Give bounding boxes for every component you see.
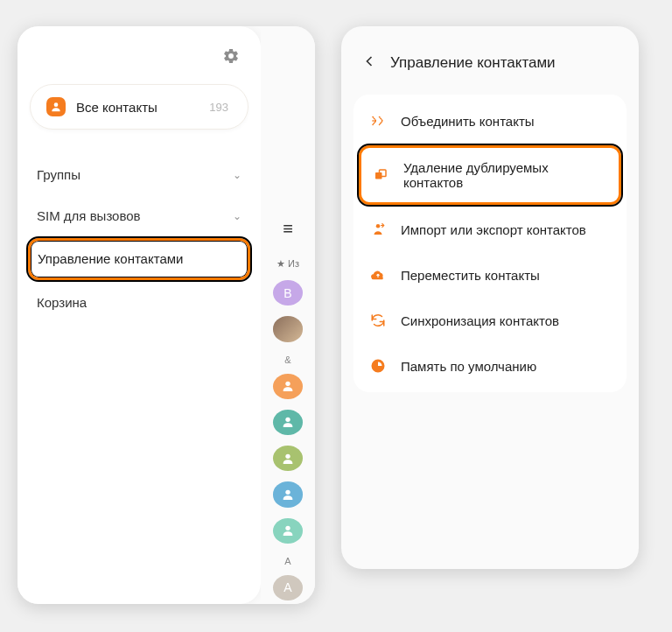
svg-point-5: [285, 526, 290, 530]
storage-icon: [369, 357, 387, 375]
section-header: A: [284, 556, 290, 566]
section-header: &: [284, 355, 290, 365]
menu-label: Группы: [37, 167, 80, 182]
contacts-drawer-screen: Все контакты 193 Группы ⌄ SIM для вызово…: [18, 26, 315, 604]
avatar[interactable]: [273, 481, 303, 507]
avatar[interactable]: [273, 410, 303, 435]
svg-point-8: [376, 224, 381, 228]
settings-icon[interactable]: [222, 47, 240, 68]
sync-icon: [369, 312, 387, 329]
menu-groups[interactable]: Группы ⌄: [30, 154, 248, 195]
option-label: Объединить контакты: [401, 114, 535, 129]
option-import-export[interactable]: Импорт или экспорт контактов: [357, 207, 623, 252]
option-label: Удаление дублируемых контактов: [403, 160, 608, 190]
avatar[interactable]: B: [273, 280, 303, 305]
avatar[interactable]: [273, 374, 303, 399]
menu-label: Управление контактами: [38, 251, 183, 266]
chevron-down-icon: ⌄: [233, 210, 242, 222]
avatar[interactable]: A: [273, 575, 303, 600]
menu-label: SIM для вызовов: [37, 208, 141, 223]
navigation-drawer: Все контакты 193 Группы ⌄ SIM для вызово…: [18, 26, 261, 604]
svg-point-1: [285, 382, 290, 386]
options-card: Объединить контакты Удаление дублируемых…: [354, 95, 626, 392]
option-default-storage[interactable]: Память по умолчанию: [357, 343, 623, 389]
page-title: Управление контактами: [390, 54, 556, 72]
svg-point-2: [285, 418, 290, 422]
cloud-upload-icon: [369, 266, 387, 284]
option-label: Синхронизация контактов: [401, 313, 559, 328]
menu-sim[interactable]: SIM для вызовов ⌄: [30, 195, 248, 236]
chevron-down-icon: ⌄: [233, 169, 242, 181]
option-remove-duplicates[interactable]: Удаление дублируемых контактов: [359, 145, 621, 205]
svg-point-4: [285, 490, 290, 495]
avatar[interactable]: [273, 316, 303, 341]
svg-point-0: [54, 102, 59, 107]
svg-point-3: [285, 453, 290, 458]
option-sync-contacts[interactable]: Синхронизация контактов: [357, 298, 623, 343]
hamburger-icon[interactable]: ≡: [283, 219, 293, 239]
menu-trash[interactable]: Корзина: [30, 282, 248, 323]
avatar[interactable]: [273, 446, 303, 471]
favorites-section-label: ★ Из: [276, 258, 299, 270]
contacts-list-peek: ≡ ★ Из B & A A: [261, 26, 315, 604]
option-label: Импорт или экспорт контактов: [401, 222, 586, 237]
avatar[interactable]: [273, 518, 303, 544]
all-contacts-label: Все контакты: [76, 100, 199, 115]
option-label: Переместить контакты: [401, 268, 540, 283]
manage-contacts-screen: Управление контактами Объединить контакт…: [341, 26, 639, 569]
menu-label: Корзина: [37, 295, 87, 310]
merge-icon: [369, 112, 387, 130]
menu-manage-contacts[interactable]: Управление контактами: [28, 238, 250, 280]
all-contacts-count: 193: [209, 101, 228, 114]
import-export-icon: [369, 221, 387, 238]
option-move-contacts[interactable]: Переместить контакты: [357, 252, 623, 298]
person-icon: [46, 97, 66, 116]
back-icon[interactable]: [360, 53, 378, 74]
screen-header: Управление контактами: [345, 39, 635, 95]
all-contacts-pill[interactable]: Все контакты 193: [30, 84, 248, 130]
duplicate-icon: [372, 166, 389, 184]
option-label: Память по умолчанию: [401, 359, 536, 374]
option-merge-contacts[interactable]: Объединить контакты: [357, 98, 623, 144]
